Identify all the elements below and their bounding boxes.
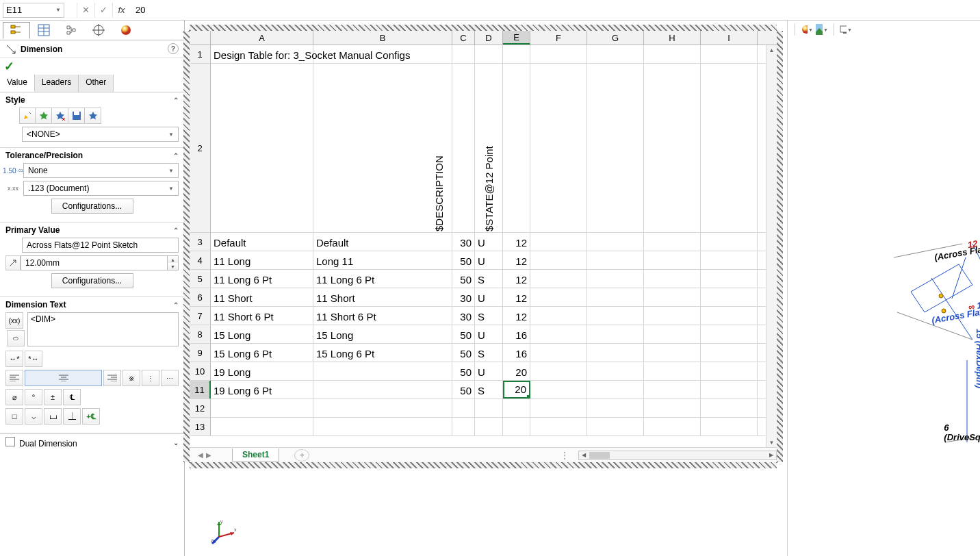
style-save-button[interactable] <box>68 108 85 124</box>
horizontal-scrollbar[interactable]: ◀ ▶ <box>578 451 777 460</box>
style-edit-button[interactable] <box>19 108 36 124</box>
cell[interactable] <box>644 251 701 269</box>
cell[interactable]: 50 <box>452 381 475 399</box>
row-header[interactable]: 11 <box>190 381 211 399</box>
cell[interactable] <box>701 362 758 380</box>
justify-right-button[interactable] <box>103 370 121 386</box>
cell[interactable] <box>701 288 758 306</box>
cell[interactable] <box>530 45 587 63</box>
cell[interactable]: Default <box>313 233 452 251</box>
property-manager-tab[interactable] <box>30 22 57 39</box>
style-select[interactable]: <NONE> ▼ <box>22 127 179 142</box>
cell[interactable] <box>701 399 758 417</box>
cell[interactable] <box>701 381 758 399</box>
cell[interactable]: 50 <box>452 251 475 269</box>
cell[interactable]: 50 <box>452 270 475 288</box>
square-button[interactable]: □ <box>5 408 23 425</box>
cell[interactable]: 11 Short <box>313 288 452 306</box>
link-value-icon[interactable] <box>5 255 21 270</box>
cell[interactable]: $STATE@12 Point <box>475 64 503 232</box>
cell[interactable]: 30 <box>452 288 475 306</box>
dual-dimension-row[interactable]: Dual Dimension ⌄ <box>0 433 184 451</box>
help-button[interactable]: ? <box>168 43 179 54</box>
cell[interactable] <box>701 64 758 232</box>
style-load-button[interactable] <box>85 108 101 124</box>
cell[interactable] <box>587 288 644 306</box>
cell[interactable] <box>475 399 503 417</box>
row-header[interactable]: 3 <box>190 233 211 251</box>
add-paren-button[interactable]: (xx) <box>5 312 23 329</box>
dual-dim-checkbox[interactable] <box>5 437 15 446</box>
cell[interactable] <box>701 344 758 362</box>
cell[interactable] <box>587 362 644 380</box>
collapse-chevron-icon[interactable]: ⌃ <box>173 227 179 234</box>
tab-nav-next-icon[interactable]: ▶ <box>206 451 211 459</box>
tolerance-type-select[interactable]: None▼ <box>23 163 179 178</box>
tab-other[interactable]: Other <box>79 75 114 92</box>
name-box[interactable]: E11 ▼ <box>3 3 64 18</box>
cell[interactable] <box>503 418 530 435</box>
feature-manager-tab[interactable] <box>3 22 30 39</box>
row-header[interactable]: 13 <box>190 418 211 435</box>
cell[interactable] <box>701 325 758 343</box>
excel-embedded-object[interactable]: A B C D E F G H I 1 Design Table for: 3_… <box>189 30 777 463</box>
expand-chevron-icon[interactable]: ⌄ <box>173 439 179 446</box>
row-header[interactable]: 9 <box>190 344 211 362</box>
sym2-button[interactable]: ⋮ <box>142 370 159 386</box>
cell[interactable] <box>503 399 530 417</box>
centerline-button[interactable]: ℄ <box>63 389 81 405</box>
cell[interactable] <box>587 418 644 435</box>
scroll-right-icon[interactable]: ▶ <box>766 451 776 459</box>
collapse-chevron-icon[interactable]: ⌃ <box>173 301 179 309</box>
spin-down-icon[interactable]: ▼ <box>168 263 178 270</box>
row-header[interactable]: 5 <box>190 270 211 288</box>
cell[interactable] <box>587 45 644 63</box>
primary-configs-button[interactable]: Configurations... <box>51 273 133 288</box>
counterbore-button[interactable]: ⌴ <box>44 408 62 425</box>
cell[interactable] <box>313 362 452 380</box>
row-header[interactable]: 4 <box>190 251 211 269</box>
cell[interactable] <box>644 307 701 325</box>
cell[interactable] <box>530 399 587 417</box>
row-header[interactable]: 12 <box>190 399 211 417</box>
cell[interactable]: 12 <box>503 288 530 306</box>
cell[interactable]: U <box>475 288 503 306</box>
cell[interactable]: 19 Long <box>211 362 313 380</box>
cell[interactable] <box>644 399 701 417</box>
cell[interactable] <box>587 399 644 417</box>
cell[interactable] <box>701 45 758 63</box>
dimension-name-input[interactable]: Across Flats@12 Point Sketch <box>22 238 179 253</box>
cell[interactable] <box>530 64 587 232</box>
row-header[interactable]: 8 <box>190 325 211 343</box>
cell[interactable] <box>587 270 644 288</box>
cell[interactable]: S <box>475 344 503 362</box>
cell[interactable] <box>530 344 587 362</box>
cell[interactable]: Default <box>211 233 313 251</box>
sym3-button[interactable]: ⋯ <box>161 370 179 386</box>
countersink-button[interactable]: ⏊ <box>63 408 81 425</box>
row-header[interactable]: 2 <box>190 64 211 232</box>
cell[interactable]: 12 <box>503 307 530 325</box>
cell[interactable] <box>644 64 701 232</box>
cell[interactable]: 50 <box>452 362 475 380</box>
appearance-dropdown[interactable]: ▼ <box>801 23 813 36</box>
cell[interactable] <box>475 418 503 435</box>
cell[interactable] <box>587 64 644 232</box>
collapse-chevron-icon[interactable]: ⌃ <box>173 97 179 104</box>
cell[interactable] <box>587 307 644 325</box>
cell[interactable] <box>530 307 587 325</box>
ok-checkmark-icon[interactable]: ✓ <box>4 59 14 74</box>
cell[interactable] <box>530 233 587 251</box>
scroll-up-icon[interactable]: ▲ <box>766 45 777 55</box>
spin-up-icon[interactable]: ▲ <box>168 256 178 263</box>
scene-dropdown[interactable]: ▼ <box>816 23 828 36</box>
cell[interactable]: 30 <box>452 307 475 325</box>
text-above-button[interactable]: ↔* <box>5 351 23 367</box>
cell[interactable] <box>644 288 701 306</box>
cell[interactable]: U <box>475 233 503 251</box>
cell[interactable]: U <box>475 251 503 269</box>
formula-cancel-button[interactable]: ✕ <box>77 3 94 18</box>
col-header-B[interactable]: B <box>313 31 452 45</box>
cell[interactable]: 11 Long 6 Pt <box>313 270 452 288</box>
cell[interactable] <box>530 251 587 269</box>
